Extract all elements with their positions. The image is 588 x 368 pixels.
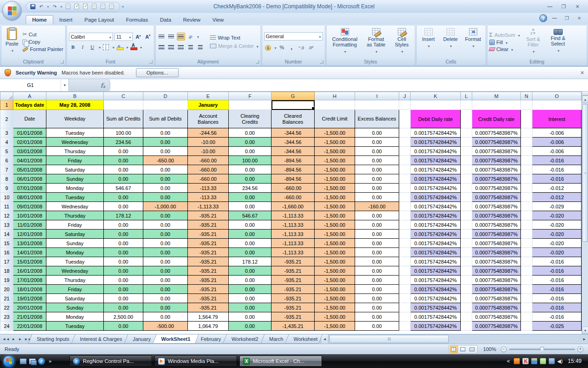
cell-A8[interactable]: 06/01/2008 [13, 174, 46, 184]
row-header-19[interactable]: 19 [0, 276, 13, 285]
fill-button[interactable]: Fill [489, 40, 520, 45]
cell-N21[interactable] [521, 294, 532, 303]
cell-H6[interactable]: -1,500.00 [315, 156, 355, 165]
ribbon-tab-review[interactable]: Review [177, 16, 207, 24]
cell-J3[interactable] [399, 128, 411, 138]
cell-L2[interactable] [461, 110, 472, 128]
cell-E8[interactable]: -660.00 [188, 174, 229, 184]
format-as-table-button[interactable]: Format as Table [363, 27, 389, 57]
cell-G1[interactable] [271, 100, 315, 110]
cell-A15[interactable]: 13/01/2008 [13, 239, 46, 248]
cell-A20[interactable]: 18/01/2008 [13, 285, 46, 294]
scroll-up-icon[interactable]: ▲ [582, 96, 588, 103]
sheet-tab-starting-inputs[interactable]: Starting Inputs [28, 334, 78, 344]
cell-O4[interactable]: -0.006 [532, 138, 582, 147]
cell-O21[interactable]: -0.016 [532, 294, 582, 303]
cell-N22[interactable] [521, 303, 532, 312]
cell-J24[interactable] [399, 322, 411, 331]
align-right-button[interactable] [177, 43, 185, 51]
scroll-down-icon[interactable]: ▼ [582, 327, 588, 334]
cell-L13[interactable] [461, 220, 472, 230]
grow-font-button[interactable] [134, 33, 142, 40]
column-header-A[interactable]: A [13, 92, 46, 100]
cell-M4[interactable]: 0.000775483987% [472, 138, 521, 147]
cell-B23[interactable]: Monday [46, 312, 104, 322]
cell-A10[interactable]: 08/01/2008 [13, 193, 46, 202]
cell-M5[interactable]: 0.000775483987% [472, 147, 521, 156]
cell-C18[interactable]: 0.00 [104, 266, 143, 276]
cell-G9[interactable]: -660.00 [271, 184, 315, 193]
show-desktop-icon[interactable] [20, 358, 27, 364]
cell-K1[interactable] [411, 100, 461, 110]
cell-K14[interactable]: 0.001757428442% [411, 230, 461, 239]
cell-O5[interactable]: -0.006 [532, 147, 582, 156]
cell-E21[interactable]: -935.21 [188, 294, 229, 303]
cell-D24[interactable]: -500.00 [143, 322, 188, 331]
borders-button[interactable] [102, 43, 110, 51]
power-tray-icon[interactable] [540, 358, 546, 364]
cell-L9[interactable] [461, 184, 472, 193]
cell-M6[interactable]: 0.000775483987% [472, 156, 521, 165]
cell-O8[interactable]: -0.016 [532, 174, 582, 184]
cell-D20[interactable]: 0.00 [143, 285, 188, 294]
cell-O23[interactable]: -0.016 [532, 312, 582, 322]
cell-A12[interactable]: 10/01/2008 [13, 211, 46, 220]
cell-B2[interactable]: Weekday [46, 110, 104, 128]
vertical-scrollbar[interactable]: ▲ ≡ ▼ [582, 92, 588, 334]
ribbon-tab-home[interactable]: Home [26, 15, 53, 24]
cell-M9[interactable]: 0.000775483987% [472, 184, 521, 193]
cell-O19[interactable]: -0.016 [532, 276, 582, 285]
next-sheet-button[interactable]: ► [17, 337, 23, 341]
percent-style-button[interactable] [278, 43, 286, 51]
clipboard-dialog-launcher[interactable] [61, 60, 64, 63]
cell-L18[interactable] [461, 266, 472, 276]
cell-A18[interactable]: 16/01/2008 [13, 266, 46, 276]
cell-I17[interactable]: 0.00 [355, 257, 399, 266]
cell-J20[interactable] [399, 285, 411, 294]
cell-B22[interactable]: Sunday [46, 303, 104, 312]
cell-K9[interactable]: 0.001757428442% [411, 184, 461, 193]
cell-A22[interactable]: 20/01/2008 [13, 303, 46, 312]
antivirus-tray-icon[interactable] [522, 358, 529, 364]
cell-L1[interactable] [461, 100, 472, 110]
delete-cells-button[interactable]: Delete [441, 27, 461, 57]
workbook-restore-button[interactable]: ❐ [562, 15, 572, 22]
cell-I19[interactable]: 0.00 [355, 276, 399, 285]
cell-G14[interactable]: -1,113.33 [271, 230, 315, 239]
name-box-dropdown-icon[interactable]: ▼ [61, 79, 68, 91]
cell-B19[interactable]: Thursday [46, 276, 104, 285]
cell-G24[interactable]: -1,435.21 [271, 322, 315, 331]
number-dialog-launcher[interactable] [320, 60, 323, 63]
minimize-button[interactable]: — [544, 3, 556, 10]
cell-F15[interactable]: 0.00 [229, 239, 271, 248]
update-tray-icon[interactable] [531, 358, 537, 364]
cell-E2[interactable]: Account Balances [188, 110, 229, 128]
formula-input[interactable] [110, 79, 588, 91]
cell-N15[interactable] [521, 239, 532, 248]
cell-L23[interactable] [461, 312, 472, 322]
cell-A2[interactable]: Date [13, 110, 46, 128]
cell-L10[interactable] [461, 193, 472, 202]
cell-C12[interactable]: 178.12 [104, 211, 143, 220]
middle-align-button[interactable] [167, 33, 175, 40]
row-header-4[interactable]: 4 [0, 138, 13, 147]
cell-N1[interactable] [521, 100, 532, 110]
row-header-8[interactable]: 8 [0, 174, 13, 184]
cell-N9[interactable] [521, 184, 532, 193]
cell-G10[interactable]: -660.00 [271, 193, 315, 202]
cell-I7[interactable]: 0.00 [355, 165, 399, 174]
cell-E6[interactable]: -660.00 [188, 156, 229, 165]
row-header-15[interactable]: 15 [0, 239, 13, 248]
cell-A13[interactable]: 11/01/2008 [13, 220, 46, 230]
cell-M23[interactable]: 0.000775483987% [472, 312, 521, 322]
cell-H20[interactable]: -1,500.00 [315, 285, 355, 294]
cell-M14[interactable]: 0.000775483987% [472, 230, 521, 239]
cell-A17[interactable]: 15/01/2008 [13, 257, 46, 266]
cell-C4[interactable]: 234.56 [104, 138, 143, 147]
top-align-button[interactable] [158, 33, 166, 40]
cell-D14[interactable]: 0.00 [143, 230, 188, 239]
cell-C24[interactable]: 0.00 [104, 322, 143, 331]
cell-G6[interactable]: -894.56 [271, 156, 315, 165]
cell-H18[interactable]: -1,500.00 [315, 266, 355, 276]
cell-J2[interactable] [399, 110, 411, 128]
